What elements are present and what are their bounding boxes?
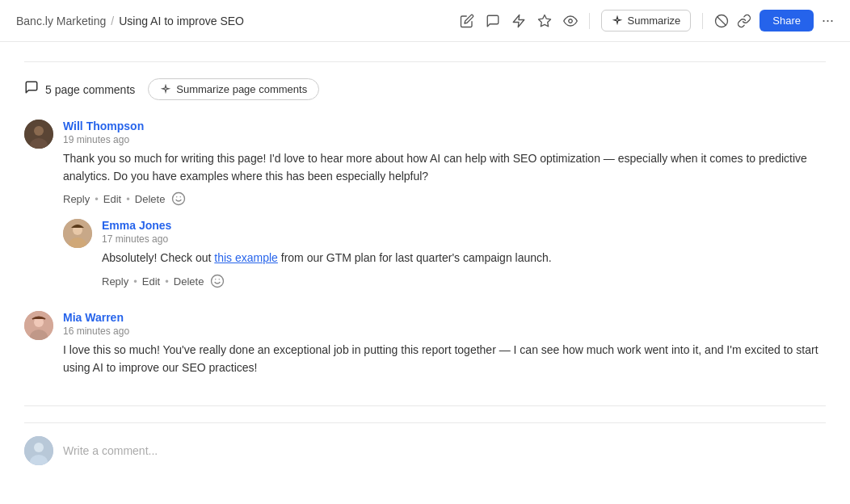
main-content: 5 page comments Summarize page comments …: [0, 42, 850, 485]
star-icon[interactable]: [537, 14, 552, 28]
comment-emma: Emma Jones 17 minutes ago Absolutely! Ch…: [63, 219, 826, 288]
svg-point-6: [34, 126, 44, 136]
breadcrumb: Banc.ly Marketing / Using AI to improve …: [16, 15, 244, 27]
summarize-button[interactable]: Summarize: [601, 10, 692, 32]
comments-count-label: 5 page comments: [45, 83, 135, 96]
share-divider: [702, 13, 703, 29]
svg-point-2: [568, 19, 572, 23]
emoji-emma[interactable]: [210, 274, 225, 288]
toolbar-icons: [460, 14, 578, 28]
comments-header: 5 page comments Summarize page comments: [24, 78, 826, 100]
comment-icon[interactable]: [486, 14, 500, 28]
svg-line-4: [717, 16, 726, 25]
svg-marker-0: [513, 15, 524, 27]
text-emma: Absolutely! Check out this example from …: [102, 250, 826, 267]
comment-mia: Mia Warren 16 minutes ago I love this so…: [24, 311, 826, 383]
more-options-button[interactable]: ···: [822, 12, 834, 29]
write-divider: [24, 405, 826, 406]
reply-emma[interactable]: Reply: [102, 275, 128, 288]
summarize-sparkle-icon: [612, 15, 623, 27]
no-access-icon[interactable]: [714, 14, 729, 28]
author-will[interactable]: Will Thompson: [63, 120, 144, 132]
link-emma[interactable]: this example: [214, 251, 278, 264]
summarize-comments-icon: [160, 84, 171, 95]
time-mia: 16 minutes ago: [63, 326, 826, 337]
breadcrumb-current[interactable]: Using AI to improve SEO: [119, 15, 244, 27]
edit-will[interactable]: Edit: [103, 193, 121, 205]
comment-body-mia: Mia Warren 16 minutes ago I love this so…: [63, 311, 826, 383]
summarize-comments-button[interactable]: Summarize page comments: [148, 78, 319, 100]
delete-will[interactable]: Delete: [135, 193, 166, 205]
breadcrumb-parent[interactable]: Banc.ly Marketing: [16, 15, 106, 27]
share-button[interactable]: Share: [760, 10, 814, 32]
write-comment-bar: Write a comment...: [24, 422, 826, 465]
comment-body-will: Will Thompson 19 minutes ago Thank you s…: [63, 120, 826, 206]
header: Banc.ly Marketing / Using AI to improve …: [0, 0, 850, 42]
reply-will[interactable]: Reply: [63, 193, 90, 205]
avatar-will: [24, 120, 53, 149]
dot1-will: •: [95, 193, 99, 205]
header-actions: Summarize Share ···: [460, 10, 834, 32]
svg-point-21: [34, 443, 44, 452]
summarize-label: Summarize: [628, 15, 681, 27]
edit-icon[interactable]: [460, 14, 474, 28]
comments-bubble-icon: [24, 80, 39, 99]
avatar-emma: [63, 219, 92, 248]
actions-emma: Reply • Edit • Delete: [102, 274, 826, 288]
text-emma-after: from our GTM plan for last quarter's cam…: [278, 251, 552, 264]
write-comment-input[interactable]: Write a comment...: [63, 441, 826, 460]
lightning-icon[interactable]: [511, 14, 526, 28]
dot2-will: •: [126, 193, 130, 205]
comment-thread-will: Will Thompson 19 minutes ago Thank you s…: [24, 120, 826, 288]
comments-count: 5 page comments: [24, 80, 135, 99]
avatar-mia: [24, 311, 53, 340]
eye-icon[interactable]: [563, 14, 578, 28]
summarize-comments-label: Summarize page comments: [176, 83, 307, 95]
avatar-current-user: [24, 436, 53, 465]
time-will: 19 minutes ago: [63, 134, 826, 145]
actions-will: Reply • Edit • Delete: [63, 191, 826, 206]
author-mia[interactable]: Mia Warren: [63, 311, 124, 324]
text-mia: I love this so much! You've really done …: [63, 342, 826, 376]
comment-will: Will Thompson 19 minutes ago Thank you s…: [24, 120, 826, 206]
edit-emma[interactable]: Edit: [142, 275, 160, 288]
link-icon[interactable]: [737, 14, 751, 28]
top-divider: [24, 61, 826, 62]
delete-emma[interactable]: Delete: [174, 275, 204, 288]
svg-point-8: [173, 193, 185, 205]
text-emma-before: Absolutely! Check out: [102, 251, 214, 264]
dot1-emma: •: [133, 275, 137, 288]
breadcrumb-separator: /: [111, 15, 114, 27]
comment-body-emma: Emma Jones 17 minutes ago Absolutely! Ch…: [102, 219, 826, 288]
time-emma: 17 minutes ago: [102, 233, 826, 245]
toolbar-divider: [589, 13, 590, 29]
svg-point-14: [212, 275, 224, 288]
reply-thread-emma: Emma Jones 17 minutes ago Absolutely! Ch…: [63, 219, 826, 288]
dot2-emma: •: [165, 275, 169, 288]
text-will: Thank you so much for writing this page!…: [63, 150, 826, 185]
author-emma[interactable]: Emma Jones: [102, 219, 171, 232]
comment-thread-mia: Mia Warren 16 minutes ago I love this so…: [24, 311, 826, 383]
svg-marker-1: [538, 15, 550, 26]
emoji-will[interactable]: [171, 191, 186, 206]
